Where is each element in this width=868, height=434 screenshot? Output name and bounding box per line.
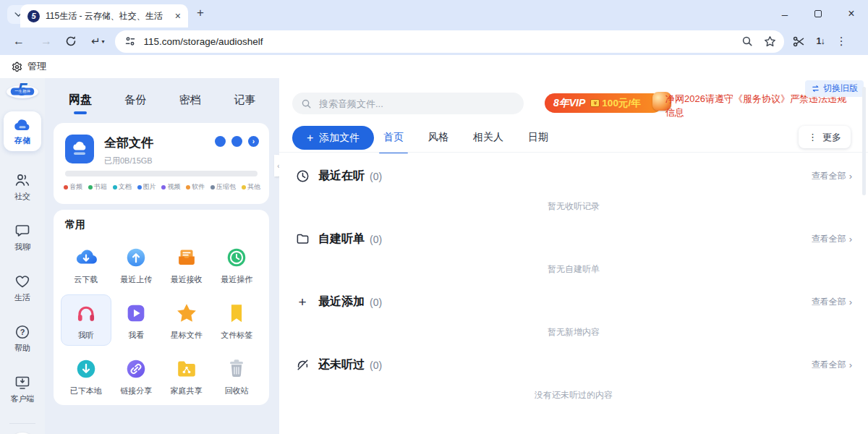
bookmark-star-icon[interactable] (764, 35, 777, 48)
rail-item-life[interactable]: 生活 (4, 273, 41, 303)
section-title: 还未听过 (318, 357, 365, 373)
section-title: 最近在听 (318, 169, 365, 184)
more-dots-icon: ⋮ (808, 132, 817, 142)
shortcut-my-watching[interactable]: 我看 (111, 294, 162, 346)
shortcut-family-share[interactable]: 家庭共享 (161, 350, 212, 401)
browser-tab[interactable]: 5 115生活 - 云存储、社交、生活 × (20, 4, 188, 27)
vip-banner[interactable]: 8年VIP ¥ 100元/年 (545, 93, 663, 113)
rail-item-help[interactable]: ? 帮助 (4, 323, 41, 354)
rail-item-storage[interactable]: 存储 (4, 111, 41, 151)
shortcut-my-listening[interactable]: 我听 (61, 294, 111, 346)
view-all-link[interactable]: 查看全部 › (812, 359, 852, 371)
tab-close-icon[interactable]: × (174, 11, 182, 21)
chevron-right-icon: › (849, 297, 852, 307)
svg-text:?: ? (20, 328, 25, 336)
tab-title: 115生活 - 云存储、社交、生活 (46, 10, 167, 22)
view-all-link[interactable]: 查看全部 › (812, 296, 852, 308)
site-settings-icon[interactable] (124, 35, 137, 48)
view-all-link[interactable]: 查看全部 › (812, 170, 852, 182)
app-logo[interactable]: 5 一生相伴 (7, 85, 38, 98)
section-count: (0) (370, 234, 382, 245)
storage-card[interactable]: 全部文件 已用0B/15GB › 音频 书籍 文档 图片 视频 软件 (54, 123, 269, 204)
traffic-extension-icon[interactable]: 1↓ (817, 36, 825, 46)
shortcut-downloaded-local[interactable]: 已下本地 (61, 350, 111, 401)
search-box[interactable] (292, 93, 524, 114)
main-content: 8年VIP ¥ 100元/年 净网2026请遵守《服务协议》严禁违法违规信息 切… (279, 78, 868, 434)
legend-dot (64, 185, 68, 190)
zoom-search-icon[interactable] (741, 35, 754, 48)
unheard-icon (295, 358, 310, 373)
rail-item-client[interactable]: 客户端 (4, 374, 41, 404)
section-title: 最近添加 (318, 294, 365, 310)
gear-icon (12, 61, 22, 72)
window-maximize-button[interactable] (801, 0, 835, 27)
window-close-button[interactable]: × (835, 0, 868, 27)
new-tab-button[interactable]: + (197, 6, 204, 20)
legend-dot (88, 185, 93, 190)
storage-progress-bar (65, 171, 258, 176)
shared-folder-icon (174, 357, 199, 381)
shortcut-cloud-download[interactable]: 云下载 (61, 239, 111, 290)
cloud-download-icon (74, 245, 98, 270)
section-recently-added: + 最近添加 (0) 查看全部 › 暂无新增内容 (295, 294, 852, 357)
switch-old-version-button[interactable]: 切换旧版 (805, 80, 864, 97)
expand-chevron-icon[interactable]: › (248, 136, 259, 147)
rail-item-social[interactable]: 社交 (4, 171, 41, 202)
bookmark-manage[interactable]: 管理 (12, 60, 46, 73)
tab-strip: 5 115生活 - 云存储、社交、生活 × + – × (0, 0, 868, 27)
browser-menu-icon[interactable]: ⋮ (836, 35, 847, 48)
shortcut-starred-files[interactable]: 星标文件 (161, 294, 212, 346)
view-all-link[interactable]: 查看全部 › (812, 233, 852, 245)
tab-style[interactable]: 风格 (427, 126, 450, 149)
maximize-icon (814, 10, 822, 17)
tab-home[interactable]: 首页 (382, 126, 405, 149)
legend-dot (161, 185, 166, 190)
add-file-button[interactable]: + 添加文件 (292, 126, 374, 150)
panel-tab-drive[interactable]: 网盘 (67, 88, 93, 112)
panel-tab-backup[interactable]: 备份 (123, 89, 148, 111)
app: 5 一生相伴 存储 社交 我聊 (0, 78, 868, 434)
scrollbar-thumb[interactable] (862, 87, 866, 195)
vip-label: 8年VIP (553, 97, 585, 110)
panel-tab-notes[interactable]: 记事 (232, 89, 257, 111)
section-recent-listening: 最近在听 (0) 查看全部 › 暂无收听记录 (295, 169, 852, 231)
panel-tab-vault[interactable]: 密档 (178, 89, 203, 111)
plus-icon: + (295, 295, 310, 310)
shortcut-grid: 云下载 最近上传 最近接收 (61, 239, 262, 401)
more-button[interactable]: ⋮ 更多 (799, 126, 851, 148)
play-square-icon (124, 301, 148, 326)
back-button[interactable]: ← (10, 35, 27, 48)
upload-circle-icon (124, 245, 148, 270)
storage-card-title: 全部文件 (104, 135, 153, 151)
scissors-extension-icon[interactable] (793, 35, 805, 48)
empty-state-text: 暂无自建听单 (295, 263, 852, 276)
window-minimize-button[interactable]: – (768, 0, 801, 27)
shortcut-recent-actions[interactable]: 最近操作 (212, 239, 263, 290)
tab-date[interactable]: 日期 (527, 126, 550, 149)
search-icon (301, 98, 312, 109)
legend-dot (242, 185, 246, 190)
heart-icon (14, 273, 31, 290)
address-bar[interactable]: 115.com/storage/audioshelf (115, 30, 784, 53)
search-input[interactable] (318, 98, 498, 110)
common-section-title: 常用 (65, 218, 85, 231)
storage-card-actions: › (215, 136, 259, 147)
action-dot[interactable] (215, 136, 226, 147)
url-text[interactable]: 115.com/storage/audioshelf (144, 36, 741, 47)
shortcut-file-tags[interactable]: 文件标签 (212, 294, 263, 346)
empty-state-text: 暂无新增内容 (295, 326, 852, 339)
forward-button[interactable]: → (38, 35, 55, 48)
shortcut-recent-received[interactable]: 最近接收 (161, 239, 212, 290)
shortcut-recent-upload[interactable]: 最近上传 (111, 239, 162, 290)
tab-related-people[interactable]: 相关人 (472, 126, 505, 149)
cloud-storage-icon (13, 117, 32, 133)
action-dot[interactable] (231, 136, 242, 147)
shortcut-recycle-bin[interactable]: 回收站 (212, 350, 263, 401)
reload-button[interactable] (65, 35, 82, 47)
enter-extension-button[interactable]: ↵ ▾ (91, 35, 105, 48)
chevron-right-icon: › (849, 171, 852, 182)
rail-item-chat[interactable]: 我聊 (4, 222, 41, 252)
shortcut-link-share[interactable]: 链接分享 (111, 350, 162, 401)
site-favicon: 5 (27, 10, 40, 22)
extension-area: 1↓ ⋮ (793, 35, 851, 48)
